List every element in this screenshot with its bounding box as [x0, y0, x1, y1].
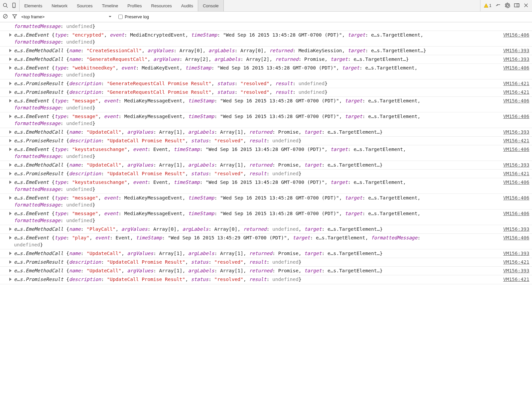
filter-icon[interactable] — [12, 14, 17, 20]
expand-icon[interactable] — [9, 260, 12, 264]
log-row[interactable]: formattedMessage: undefined} — [0, 22, 532, 31]
source-link[interactable]: VM156:393 — [500, 250, 529, 257]
preserve-log-label: Preserve log — [125, 14, 149, 19]
expand-icon[interactable] — [9, 163, 12, 167]
frame-label: <top frame> — [21, 14, 45, 19]
expand-icon[interactable] — [9, 58, 12, 61]
log-row[interactable]: VM156:406e…s.EmeEvent {type: "webkitneed… — [0, 64, 532, 79]
source-link[interactable]: VM156:406 — [500, 65, 529, 71]
source-link[interactable]: VM156:406 — [500, 234, 529, 241]
svg-point-0 — [3, 3, 7, 7]
tab-elements[interactable]: Elements — [20, 0, 47, 11]
log-row[interactable]: VM156:406e…s.EmeEvent {type: "keystatuse… — [0, 145, 532, 161]
svg-line-1 — [6, 6, 8, 8]
expand-icon[interactable] — [9, 227, 12, 231]
expand-icon[interactable] — [9, 236, 12, 239]
devtools-toolbar: ElementsNetworkSourcesTimelineProfilesRe… — [0, 0, 532, 12]
source-link[interactable]: VM156:406 — [500, 179, 529, 186]
expand-icon[interactable] — [9, 99, 12, 102]
expand-icon[interactable] — [9, 130, 12, 134]
preserve-log-input[interactable] — [118, 15, 123, 19]
device-icon[interactable] — [11, 3, 17, 9]
expand-icon[interactable] — [9, 278, 12, 281]
close-icon[interactable] — [523, 3, 529, 9]
console-output[interactable]: formattedMessage: undefined}VM156:406e…s… — [0, 22, 532, 397]
expand-icon[interactable] — [9, 148, 12, 151]
log-row[interactable]: VM156:393e…s.EmeMethodCall {name: "Updat… — [0, 267, 532, 275]
source-link[interactable]: VM156:406 — [500, 210, 529, 217]
source-link[interactable]: VM156:421 — [500, 276, 529, 283]
search-icon[interactable] — [3, 3, 8, 9]
dock-icon[interactable] — [514, 3, 519, 9]
expand-icon[interactable] — [9, 49, 12, 52]
svg-line-10 — [4, 15, 7, 18]
log-row[interactable]: VM156:421e…s.PromiseResult {description:… — [0, 170, 532, 178]
source-link[interactable]: VM156:406 — [500, 146, 529, 153]
expand-icon[interactable] — [9, 33, 12, 37]
log-row[interactable]: VM156:393e…s.EmeMethodCall {name: "Updat… — [0, 128, 532, 137]
drawer-icon[interactable] — [495, 3, 501, 9]
tab-audits[interactable]: Audits — [177, 0, 198, 11]
console-subbar: <top frame> Preserve log — [0, 12, 532, 22]
tab-profiles[interactable]: Profiles — [123, 0, 146, 11]
tab-sources[interactable]: Sources — [72, 0, 97, 11]
source-link[interactable]: VM156:406 — [500, 97, 529, 104]
source-link[interactable]: VM156:393 — [500, 129, 529, 136]
log-row[interactable]: VM156:421e…s.PromiseResult {description:… — [0, 137, 532, 145]
expand-icon[interactable] — [9, 252, 12, 255]
log-row[interactable]: VM156:406e…s.EmeEvent {type: "message", … — [0, 112, 532, 128]
source-link[interactable]: VM156:421 — [500, 170, 529, 177]
panel-tabs: ElementsNetworkSourcesTimelineProfilesRe… — [20, 0, 480, 11]
expand-icon[interactable] — [9, 66, 12, 69]
log-row[interactable]: VM156:406e…s.EmeEvent {type: "encrypted"… — [0, 31, 532, 47]
tab-console[interactable]: Console — [198, 0, 224, 11]
source-link[interactable]: VM156:421 — [500, 80, 529, 87]
log-row[interactable]: VM156:421e…s.PromiseResult {description:… — [0, 88, 532, 97]
expand-icon[interactable] — [9, 90, 12, 94]
log-row[interactable]: VM156:406e…s.EmeEvent {type: "keystatuse… — [0, 178, 532, 194]
log-row[interactable]: VM156:393e…s.EmeMethodCall {name: "Creat… — [0, 47, 532, 55]
source-link[interactable]: VM156:421 — [500, 89, 529, 96]
source-link[interactable]: VM156:393 — [500, 267, 529, 274]
log-row[interactable]: VM156:393e…s.EmeMethodCall {name: "Updat… — [0, 249, 532, 258]
expand-icon[interactable] — [9, 269, 12, 272]
dropdown-icon — [108, 14, 112, 19]
svg-rect-6 — [517, 4, 519, 7]
expand-icon[interactable] — [9, 115, 12, 118]
source-link[interactable]: VM156:406 — [500, 113, 529, 120]
source-link[interactable]: VM156:421 — [500, 137, 529, 144]
warning-count-value: 1 — [489, 3, 491, 8]
log-row[interactable]: VM156:421e…s.PromiseResult {description:… — [0, 275, 532, 284]
frame-selector[interactable]: <top frame> — [21, 14, 114, 19]
settings-icon[interactable] — [505, 3, 510, 9]
svg-rect-5 — [514, 4, 519, 7]
clear-console-icon[interactable] — [3, 14, 8, 20]
log-row[interactable]: VM156:393e…s.EmeMethodCall {name: "PlayC… — [0, 225, 532, 234]
expand-icon[interactable] — [9, 172, 12, 175]
source-link[interactable]: VM156:393 — [500, 226, 529, 233]
log-row[interactable]: VM156:421e…s.PromiseResult {description:… — [0, 258, 532, 267]
tab-network[interactable]: Network — [47, 0, 72, 11]
log-row[interactable]: VM156:406e…s.EmeEvent {type: "message", … — [0, 194, 532, 209]
source-link[interactable]: VM156:393 — [500, 47, 529, 54]
expand-icon[interactable] — [9, 82, 12, 85]
source-link[interactable]: VM156:393 — [500, 56, 529, 63]
log-row[interactable]: VM156:406e…s.EmeEvent {type: "message", … — [0, 209, 532, 225]
source-link[interactable]: VM156:393 — [500, 162, 529, 169]
log-row[interactable]: VM156:421e…s.PromiseResult {description:… — [0, 79, 532, 88]
tab-timeline[interactable]: Timeline — [97, 0, 123, 11]
source-link[interactable]: VM156:406 — [500, 195, 529, 201]
tab-resources[interactable]: Resources — [147, 0, 177, 11]
warning-count[interactable]: 1 — [484, 3, 491, 8]
log-row[interactable]: VM156:393e…s.EmeMethodCall {name: "Gener… — [0, 55, 532, 64]
preserve-log-checkbox[interactable]: Preserve log — [118, 14, 149, 19]
log-row[interactable]: VM156:406e…s.EmeEvent {type: "message", … — [0, 97, 532, 112]
expand-icon[interactable] — [9, 196, 12, 199]
source-link[interactable]: VM156:406 — [500, 32, 529, 39]
log-row[interactable]: VM156:393e…s.EmeMethodCall {name: "Updat… — [0, 161, 532, 170]
source-link[interactable]: VM156:421 — [500, 259, 529, 266]
expand-icon[interactable] — [9, 139, 12, 142]
expand-icon[interactable] — [9, 181, 12, 184]
expand-icon[interactable] — [9, 212, 12, 215]
log-row[interactable]: VM156:406e…s.EmeEvent {type: "play", eve… — [0, 234, 532, 249]
